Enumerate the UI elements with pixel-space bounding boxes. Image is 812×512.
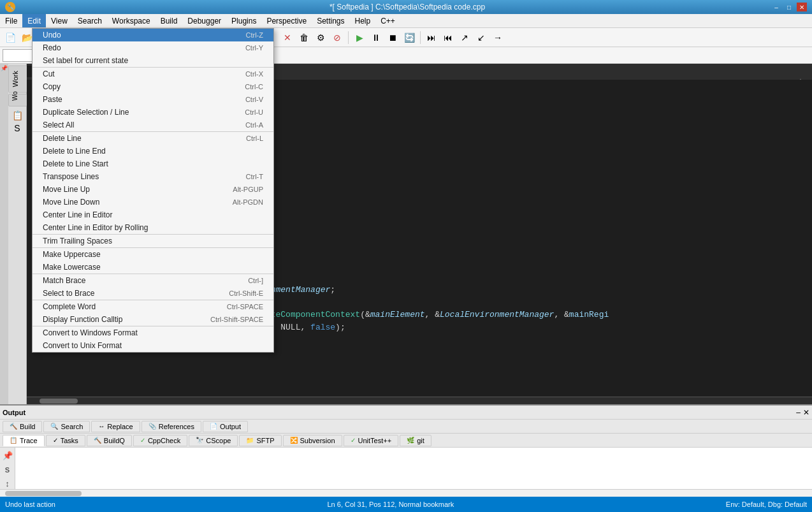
menu-item-calltip[interactable]: Display Function Calltip Ctrl-Shift-SPAC… [33,313,273,326]
bottom-tab-subversion[interactable]: 🔀 Subversion [283,435,342,446]
bottom-panel: Output – ✕ 🔨 Build 🔍 Search ↔ Replace 📎 … [0,404,812,497]
bottom-icon-nav[interactable]: ↕ [1,478,14,489]
sidebar-icon-1[interactable]: 📋 [12,110,23,121]
menu-item-deletetostart[interactable]: Delete to Line Start [33,157,273,170]
bottom-tab-cscope[interactable]: 🔭 CScope [189,435,238,446]
menu-item-redo[interactable]: Redo Ctrl-Y [33,41,273,54]
scrollbar-thumb-h[interactable] [40,399,78,404]
toolbar-next-marker[interactable]: ⏭ [424,30,439,45]
workspace-tab-label: Work [11,71,19,87]
status-center: Ln 6, Col 31, Pos 112, Normal bookmark [327,501,454,508]
bottom-icon-pin[interactable]: 📌 [1,450,14,462]
menu-item-towindows[interactable]: Convert to Windows Format [33,326,273,339]
sidebar-tab-wo[interactable]: Wo [8,94,27,106]
menu-item-uppercase[interactable]: Make Uppercase [33,248,273,261]
menu-section-lines: Delete Line Ctrl-L Delete to Line End De… [33,131,273,234]
menu-item-copy[interactable]: Copy Ctrl-C [33,80,273,93]
panel-icon[interactable]: 📌 [1,65,8,71]
menu-build[interactable]: Build [156,14,183,27]
bottom-panel-minimize[interactable]: – [796,408,801,417]
toolbar-pause[interactable]: ⏸ [368,30,384,45]
bottom-tab-output[interactable]: 📄 Output [203,421,248,432]
edit-menu-dropdown: Undo Ctrl-Z Redo Ctrl-Y Set label for cu… [32,28,274,353]
toolbar-step-out[interactable]: ↗ [457,30,472,45]
menu-item-duplicate[interactable]: Duplicate Selection / Line Ctrl-U [33,106,273,119]
menu-item-transpose[interactable]: Transpose Lines Ctrl-T [33,170,273,183]
menu-item-trim[interactable]: Trim Trailing Spaces [33,235,273,247]
menu-section-trim: Trim Trailing Spaces [33,234,273,247]
status-bar: Undo last action Ln 6, Col 31, Pos 112, … [0,497,812,512]
menu-item-deletetoend[interactable]: Delete to Line End [33,145,273,157]
bottom-tab-search[interactable]: 🔍 Search [43,421,90,432]
menu-file[interactable]: File [0,14,22,27]
sidebar-tab-workspace[interactable]: Work [8,65,27,92]
menu-item-movedown[interactable]: Move Line Down Alt-PGDN [33,196,273,208]
menu-section-format: Convert to Windows Format Convert to Uni… [33,326,273,352]
menu-item-deleteline[interactable]: Delete Line Ctrl-L [33,132,273,145]
bottom-tab-references[interactable]: 📎 References [141,421,201,432]
status-right: Env: Default, Dbg: Default [726,501,807,508]
menu-view[interactable]: View [46,14,73,27]
bottom-tabs-row2: 📋 Trace ✓ Tasks 🔨 BuildQ ✓ CppCheck 🔭 CS… [0,434,812,448]
menu-debugger[interactable]: Debugger [182,14,226,27]
bottom-tab-unittest[interactable]: ✓ UnitTest++ [344,435,399,446]
bottom-scrollbar-thumb[interactable] [5,491,82,496]
menu-item-tounix[interactable]: Convert to Unix Format [33,339,273,352]
menu-settings[interactable]: Settings [312,14,349,27]
wo-tab-label: Wo [11,92,18,101]
bottom-tab-trace[interactable]: 📋 Trace [3,435,45,446]
bottom-tab-sftp[interactable]: 📁 SFTP [239,435,281,446]
menu-item-cut[interactable]: Cut Ctrl-X [33,68,273,80]
menu-bar: File Edit View Search Workspace Build De… [0,14,812,28]
menu-item-center-rolling[interactable]: Center Line in Editor by Rolling [33,221,273,234]
menu-item-completeword[interactable]: Complete Word Ctrl-SPACE [33,300,273,313]
toolbar-step-in[interactable]: ↙ [474,30,489,45]
bottom-tab-buildq[interactable]: 🔨 BuildQ [87,435,132,446]
menu-item-paste[interactable]: Paste Ctrl-V [33,93,273,106]
toolbar-stop-red[interactable]: ✕ [280,30,295,45]
menu-item-lowercase[interactable]: Make Lowercase [33,261,273,274]
menu-plugins[interactable]: Plugins [226,14,261,27]
menu-perspective[interactable]: Perspective [261,14,312,27]
bottom-panel-header: Output – ✕ [0,406,812,420]
menu-search[interactable]: Search [73,14,107,27]
bottom-tab-cppcheck[interactable]: ✓ CppCheck [133,435,187,446]
bottom-tab-replace[interactable]: ↔ Replace [91,421,140,432]
bottom-tab-git[interactable]: 🌿 git [400,435,431,446]
output-label: Output [3,409,25,416]
menu-item-selectall[interactable]: Select All Ctrl-A [33,119,273,131]
separator-6 [348,31,349,44]
menu-item-matchbrace[interactable]: Match Brace Ctrl-] [33,274,273,287]
menu-cpp[interactable]: C++ [375,14,400,27]
toolbar-run[interactable]: ▶ [352,30,367,45]
toolbar-step[interactable]: → [490,30,505,45]
menu-item-undo[interactable]: Undo Ctrl-Z [33,29,273,41]
toolbar-abort[interactable]: ⊘ [330,30,345,45]
menu-item-center[interactable]: Center Line in Editor [33,208,273,221]
toolbar-delete[interactable]: 🗑 [296,30,312,45]
editor-scrollbar-h[interactable] [27,397,812,404]
menu-item-selectbrace[interactable]: Select to Brace Ctrl-Shift-E [33,287,273,300]
menu-section-case: Make Uppercase Make Lowercase [33,247,273,274]
bottom-panel-close[interactable]: ✕ [803,408,809,417]
menu-item-moveup[interactable]: Move Line Up Alt-PGUP [33,183,273,196]
toolbar-stop[interactable]: ⏹ [385,30,400,45]
bottom-tab-tasks[interactable]: ✓ Tasks [46,435,85,446]
bottom-icon-s[interactable]: S [1,464,14,476]
bottom-tab-build[interactable]: 🔨 Build [3,421,42,432]
menu-section-brace: Match Brace Ctrl-] Select to Brace Ctrl-… [33,274,273,300]
maximize-button[interactable]: □ [784,3,794,11]
bottom-panel-left-icons: 📌 S ↕ [0,448,15,489]
minimize-button[interactable]: – [771,3,781,11]
toolbar-restart[interactable]: 🔄 [402,30,417,45]
sidebar-icon-2[interactable]: S [14,123,20,133]
toolbar-properties[interactable]: ⚙ [313,30,328,45]
menu-item-setlabel[interactable]: Set label for current state [33,54,273,67]
bottom-scrollbar-h[interactable] [0,489,812,497]
close-button[interactable]: ✕ [797,3,807,11]
menu-edit[interactable]: Edit [22,14,46,27]
menu-help[interactable]: Help [350,14,376,27]
toolbar-new[interactable]: 📄 [3,30,18,45]
toolbar-prev-marker[interactable]: ⏮ [440,30,456,45]
menu-workspace[interactable]: Workspace [107,14,156,27]
